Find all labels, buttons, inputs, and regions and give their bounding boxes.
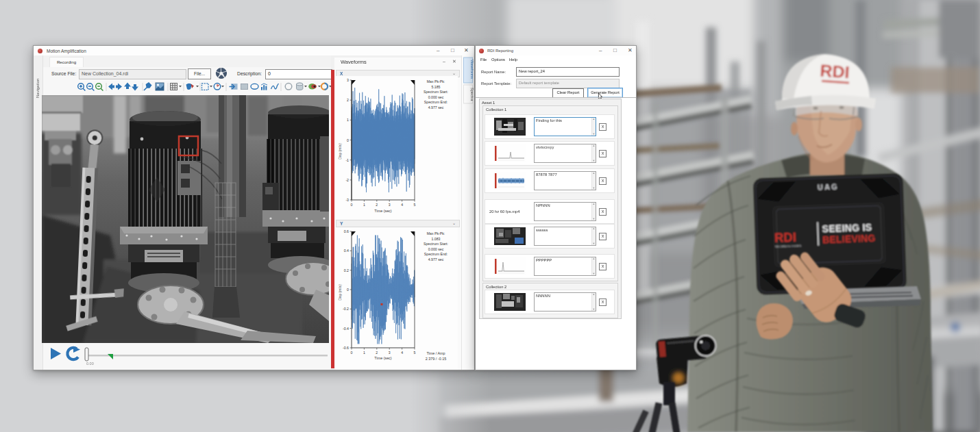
svg-text:1: 1 xyxy=(347,118,349,122)
svg-text:RDI: RDI xyxy=(820,61,850,82)
svg-text:0.00: 0.00 xyxy=(86,361,94,366)
svg-text:0: 0 xyxy=(351,203,353,207)
svg-text:Disp (mils): Disp (mils) xyxy=(338,284,342,301)
svg-text:0.000 sec: 0.000 sec xyxy=(428,247,444,251)
svg-text:Spectrum Start:: Spectrum Start: xyxy=(424,90,448,94)
svg-text:0.2: 0.2 xyxy=(344,268,349,272)
svg-text:5: 5 xyxy=(414,351,416,355)
svg-text:0.4: 0.4 xyxy=(344,249,349,253)
svg-text:-0.2: -0.2 xyxy=(343,307,349,311)
svg-text:BELIEVING: BELIEVING xyxy=(822,233,876,246)
svg-text:3: 3 xyxy=(347,78,349,82)
svg-text:-0.6: -0.6 xyxy=(343,346,349,350)
svg-text:-0.4: -0.4 xyxy=(343,327,349,331)
svg-text:RDI: RDI xyxy=(774,230,797,245)
svg-text:5: 5 xyxy=(414,203,416,207)
svg-text:3: 3 xyxy=(389,351,391,355)
svg-text:5.185: 5.185 xyxy=(432,85,441,89)
svg-text:Disp (mils): Disp (mils) xyxy=(338,143,342,160)
svg-text:-3: -3 xyxy=(345,198,349,202)
svg-text:0.6: 0.6 xyxy=(344,229,349,233)
svg-text:Spectrum End:: Spectrum End: xyxy=(424,100,448,104)
svg-text:1.083: 1.083 xyxy=(432,237,441,241)
svg-text:0: 0 xyxy=(351,351,353,355)
svg-text:1: 1 xyxy=(363,203,365,207)
svg-text:1: 1 xyxy=(363,351,365,355)
svg-text:Spectra: Spectra xyxy=(470,88,474,101)
svg-text:0: 0 xyxy=(347,288,349,292)
svg-text:0.000 sec: 0.000 sec xyxy=(428,95,444,99)
svg-text:2: 2 xyxy=(376,203,378,207)
svg-text:4: 4 xyxy=(401,351,403,355)
svg-text:Time (sec): Time (sec) xyxy=(374,209,391,213)
svg-text:Time / Amp: Time / Amp xyxy=(426,351,445,355)
svg-text:Max Pk-Pk:: Max Pk-Pk: xyxy=(427,231,445,236)
svg-text:Spectrum Start:: Spectrum Start: xyxy=(424,242,448,246)
svg-text:2: 2 xyxy=(376,351,378,355)
svg-text:Max Pk-Pk:: Max Pk-Pk: xyxy=(427,79,445,84)
svg-text:2.379 / -0.15: 2.379 / -0.15 xyxy=(426,357,446,361)
svg-text:0: 0 xyxy=(347,138,349,142)
svg-text:-2: -2 xyxy=(345,178,349,182)
svg-text:4: 4 xyxy=(401,203,403,207)
svg-text:4.977 sec: 4.977 sec xyxy=(428,105,444,110)
svg-text:Waveforms: Waveforms xyxy=(470,60,474,79)
svg-text:2: 2 xyxy=(347,98,349,102)
svg-text:4.977 sec: 4.977 sec xyxy=(428,257,444,262)
svg-text:Spectrum End:: Spectrum End: xyxy=(424,252,448,256)
svg-text:Time (sec): Time (sec) xyxy=(374,356,391,360)
svg-text:UAG: UAG xyxy=(818,182,839,191)
svg-text:3: 3 xyxy=(389,203,391,207)
svg-text:-1: -1 xyxy=(345,158,349,162)
